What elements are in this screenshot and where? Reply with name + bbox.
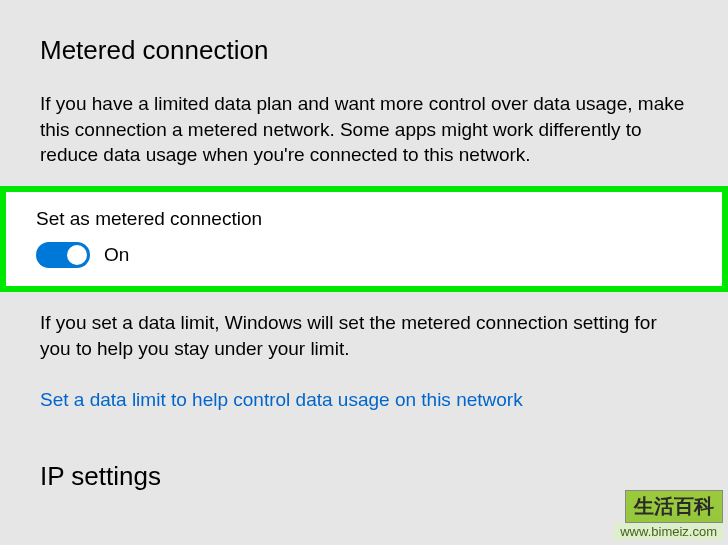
metered-connection-description: If you have a limited data plan and want… [40,91,688,168]
metered-toggle-highlight: Set as metered connection On [0,186,728,292]
ip-settings-heading: IP settings [40,461,688,492]
watermark: 生活百科 www.bimeiz.com [614,490,723,540]
metered-toggle-label: Set as metered connection [36,208,692,230]
toggle-thumb-icon [67,245,87,265]
watermark-logo: 生活百科 [625,490,723,523]
metered-connection-heading: Metered connection [40,35,688,66]
settings-content: Metered connection If you have a limited… [0,0,728,492]
watermark-url: www.bimeiz.com [614,523,723,540]
set-data-limit-link[interactable]: Set a data limit to help control data us… [40,389,523,411]
metered-toggle-row: On [36,242,692,268]
metered-toggle-state: On [104,244,129,266]
metered-toggle[interactable] [36,242,90,268]
metered-datalimit-note: If you set a data limit, Windows will se… [40,310,688,361]
